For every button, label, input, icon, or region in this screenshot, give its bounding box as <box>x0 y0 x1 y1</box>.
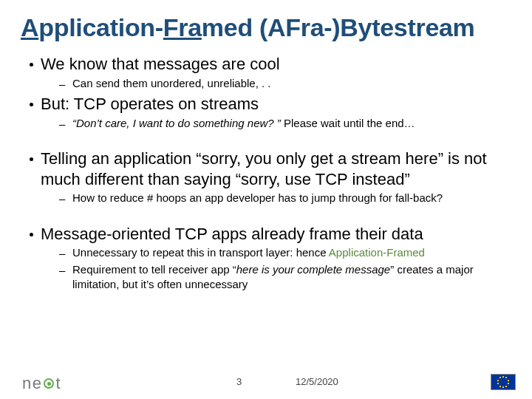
bullet-text: Telling an application “sorry, you only … <box>41 149 511 189</box>
bullet-item: But: TCP operates on streams – “Don’t ca… <box>21 94 511 131</box>
logo-n: n <box>22 374 31 393</box>
sub-plain: Unnecessary to repeat this in transport … <box>72 246 329 259</box>
bullet-dot-icon <box>30 103 33 106</box>
page-number: 3 <box>236 376 242 387</box>
sub-italic: here is your complete message <box>236 263 390 276</box>
slide-title: Application-Framed (AFra-)Bytestream <box>21 13 511 42</box>
sub-item: – “Don’t care, I want to do something ne… <box>59 116 511 132</box>
sub-item: – Can send them unordered, unreliable, .… <box>59 76 511 92</box>
bullet-item: We know that messages are cool – Can sen… <box>21 54 511 91</box>
bullet-dot-icon <box>30 157 33 161</box>
sub-green: Application-Framed <box>329 246 425 259</box>
bullet-text: We know that messages are cool <box>41 54 280 75</box>
slide-date: 12/5/2020 <box>296 376 338 387</box>
sub-list: – “Don’t care, I want to do something ne… <box>21 116 511 132</box>
sub-list: – How to reduce # hoops an app developer… <box>21 191 511 206</box>
sub-text: “Don’t care, I want to do something new?… <box>72 116 415 131</box>
dash-icon: – <box>59 191 66 206</box>
bullet-dot-icon <box>30 63 33 66</box>
quote-rest: Please wait until the end… <box>281 117 415 129</box>
sub-plain: Requirement to tell receiver app “ <box>72 263 236 276</box>
quote-italic: “Don’t care, I want to do something new?… <box>72 117 281 129</box>
sub-list: – Can send them unordered, unreliable, .… <box>21 76 511 92</box>
sub-text: How to reduce # hoops an app developer h… <box>72 191 443 205</box>
sub-item: – How to reduce # hoops an app developer… <box>59 191 511 206</box>
bullet-item: Message-oriented TCP apps already frame … <box>21 209 511 293</box>
bullet-text: Message-oriented TCP apps already frame … <box>41 224 423 245</box>
dash-icon: – <box>59 246 66 261</box>
logo-e: e <box>33 374 41 393</box>
sub-text: Can send them unordered, unreliable, . . <box>72 76 271 91</box>
logo-neat: net <box>22 374 60 393</box>
logo-t: t <box>56 374 61 393</box>
dash-icon: – <box>59 117 66 132</box>
sub-text: Requirement to tell receiver app “here i… <box>72 262 511 293</box>
bullet-list: We know that messages are cool – Can sen… <box>21 54 511 292</box>
slide: Application-Framed (AFra-)Bytestream We … <box>0 0 532 399</box>
eu-stars <box>497 376 509 388</box>
sub-item: – Unnecessary to repeat this in transpor… <box>59 245 511 261</box>
eu-flag-icon <box>491 374 516 390</box>
dash-icon: – <box>59 263 66 278</box>
title-mid1: pplication- <box>38 13 163 41</box>
sub-text: Unnecessary to repeat this in transport … <box>72 245 425 260</box>
sub-list: – Unnecessary to repeat this in transpor… <box>21 245 511 292</box>
title-underline-fra: Fra <box>163 13 202 41</box>
logo-at-icon <box>44 378 54 389</box>
title-underline-a: A <box>21 13 38 41</box>
title-mid2: med (AFra-)Bytestream <box>202 13 475 41</box>
bullet-text: But: TCP operates on streams <box>41 94 259 115</box>
dash-icon: – <box>59 77 66 92</box>
sub-item: – Requirement to tell receiver app “here… <box>59 262 511 293</box>
bullet-item: Telling an application “sorry, you only … <box>21 134 511 206</box>
bullet-dot-icon <box>30 233 33 236</box>
footer: net 3 12/5/2020 <box>0 366 532 393</box>
